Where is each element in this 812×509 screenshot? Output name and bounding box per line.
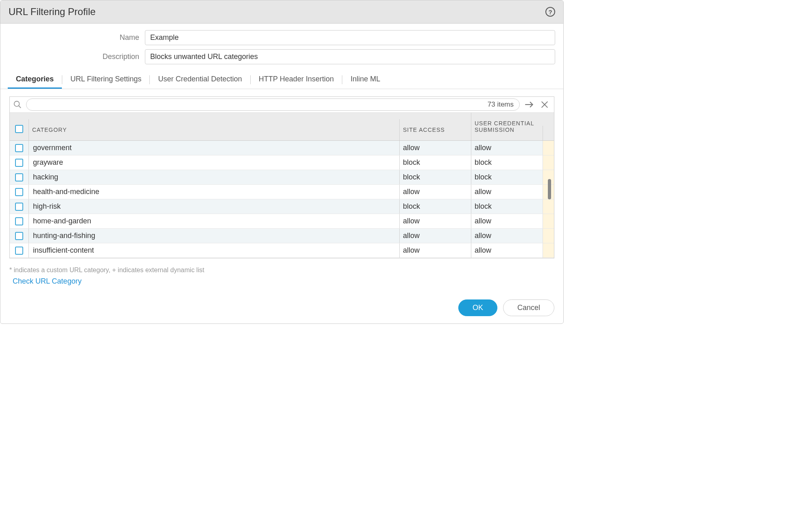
row-check-cell (10, 214, 28, 228)
row-checkbox[interactable] (15, 188, 23, 196)
table-row[interactable]: high-riskblockblock (10, 199, 554, 214)
row-check-cell (10, 156, 28, 170)
table-row[interactable]: governmentallowallow (10, 141, 554, 155)
row-checkbox[interactable] (15, 144, 23, 152)
cell-credential[interactable]: allow (471, 243, 543, 258)
cell-category: government (28, 141, 399, 155)
tab-inline-ml[interactable]: Inline ML (342, 71, 388, 89)
cell-category: insufficient-content (28, 243, 399, 258)
row-checkbox[interactable] (15, 173, 23, 181)
table-row[interactable]: health-and-medicineallowallow (10, 185, 554, 199)
dialog-actions: OK Cancel (0, 294, 563, 323)
row-checkbox[interactable] (15, 232, 23, 240)
tab-http-header-insertion[interactable]: HTTP Header Insertion (251, 71, 342, 89)
arrow-right-icon[interactable] (522, 99, 536, 110)
tab-user-credential-detection[interactable]: User Credential Detection (150, 71, 250, 89)
scroll-gutter (543, 155, 554, 170)
cancel-button[interactable]: Cancel (503, 299, 554, 316)
row-check-cell (10, 185, 28, 199)
cell-category: hacking (28, 170, 399, 184)
tab-bar: Categories URL Filtering Settings User C… (0, 71, 563, 89)
cell-credential[interactable]: allow (471, 141, 543, 155)
clear-icon[interactable] (538, 100, 551, 109)
description-field[interactable] (145, 49, 555, 64)
table-row[interactable]: graywareblockblock (10, 155, 554, 170)
dialog-header: URL Filtering Profile ? (0, 0, 563, 24)
cell-site-access[interactable]: allow (399, 214, 471, 228)
select-all-cell (10, 118, 28, 140)
cell-category: home-and-garden (28, 214, 399, 228)
row-checkbox[interactable] (15, 203, 23, 211)
row-checkbox[interactable] (15, 247, 23, 255)
select-all-checkbox[interactable] (15, 125, 23, 133)
description-row: Description (9, 49, 555, 64)
table-row[interactable]: home-and-gardenallowallow (10, 214, 554, 229)
cell-category: high-risk (28, 199, 399, 214)
table-row[interactable]: hackingblockblock (10, 170, 554, 185)
cell-site-access[interactable]: allow (399, 243, 471, 258)
cell-credential[interactable]: block (471, 170, 543, 184)
grid-header: CATEGORY SITE ACCESS USER CREDENTIAL SUB… (10, 113, 554, 141)
url-filtering-profile-dialog: URL Filtering Profile ? Name Description… (0, 0, 564, 324)
scroll-gutter (543, 199, 554, 214)
dialog-title: URL Filtering Profile (9, 6, 96, 17)
row-check-cell (10, 170, 28, 184)
scroll-gutter (543, 214, 554, 228)
cell-site-access[interactable]: allow (399, 185, 471, 199)
cell-category: health-and-medicine (28, 185, 399, 199)
form-section: Name Description (0, 24, 563, 71)
tab-url-filtering-settings[interactable]: URL Filtering Settings (62, 71, 149, 89)
cell-site-access[interactable]: block (399, 199, 471, 214)
tab-content: 73 items CATEGORY SITE ACCESS USER CREDE… (0, 89, 563, 262)
check-url-category-link[interactable]: Check URL Category (0, 275, 563, 294)
tab-categories[interactable]: Categories (8, 71, 62, 89)
scrollbar-thumb[interactable] (548, 179, 551, 199)
scroll-gutter-header (543, 126, 554, 140)
help-icon[interactable]: ? (545, 7, 555, 17)
description-label: Description (9, 52, 145, 61)
cell-category: hunting-and-fishing (28, 229, 399, 243)
cell-site-access[interactable]: block (399, 155, 471, 170)
scroll-gutter (543, 243, 554, 258)
svg-point-0 (14, 101, 20, 107)
row-check-cell (10, 200, 28, 214)
ok-button[interactable]: OK (458, 299, 497, 316)
row-check-cell (10, 141, 28, 155)
row-checkbox[interactable] (15, 217, 23, 225)
footer-note: * indicates a custom URL category, + ind… (0, 262, 563, 275)
search-icon (11, 100, 24, 109)
row-check-cell (10, 244, 28, 258)
cell-category: grayware (28, 155, 399, 170)
column-category[interactable]: CATEGORY (28, 119, 399, 140)
items-count: 73 items (484, 100, 514, 109)
cell-credential[interactable]: allow (471, 185, 543, 199)
grid-body: governmentallowallowgraywareblockblockha… (10, 141, 554, 258)
column-site-access[interactable]: SITE ACCESS (399, 119, 471, 140)
category-grid: 73 items CATEGORY SITE ACCESS USER CREDE… (9, 96, 554, 258)
cell-credential[interactable]: block (471, 155, 543, 170)
search-wrap: 73 items (26, 98, 520, 111)
scroll-gutter (543, 141, 554, 155)
name-row: Name (9, 30, 555, 45)
name-field[interactable] (145, 30, 555, 45)
cell-credential[interactable]: block (471, 199, 543, 214)
table-row[interactable]: hunting-and-fishingallowallow (10, 229, 554, 243)
grid-toolbar: 73 items (10, 97, 554, 113)
table-row[interactable]: insufficient-contentallowallow (10, 243, 554, 258)
name-label: Name (9, 33, 145, 42)
cell-site-access[interactable]: allow (399, 141, 471, 155)
cell-credential[interactable]: allow (471, 214, 543, 228)
row-checkbox[interactable] (15, 159, 23, 167)
cell-site-access[interactable]: block (399, 170, 471, 184)
svg-line-1 (19, 106, 21, 108)
column-user-credential[interactable]: USER CREDENTIAL SUBMISSION (471, 113, 543, 140)
row-check-cell (10, 229, 28, 243)
search-input[interactable] (32, 101, 484, 108)
cell-credential[interactable]: allow (471, 229, 543, 243)
cell-site-access[interactable]: allow (399, 229, 471, 243)
scroll-gutter (543, 229, 554, 243)
